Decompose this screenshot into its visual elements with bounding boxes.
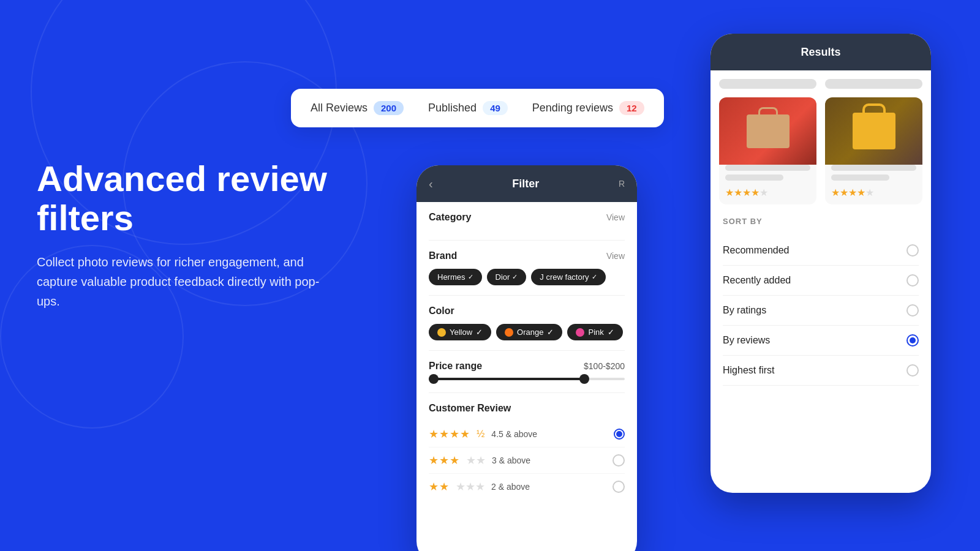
brand-view[interactable]: View (606, 251, 625, 261)
stars-3: ★★★ (429, 454, 460, 467)
sort-reviews-label: By reviews (723, 335, 770, 346)
empty-stars-2: ★★★ (456, 480, 485, 493)
yellow-label: Yellow (450, 328, 472, 337)
color-pink[interactable]: Pink ✓ (567, 324, 622, 340)
radio-4-5[interactable] (614, 429, 625, 440)
star-row-4-5[interactable]: ★★★★½ 4.5 & above (429, 421, 625, 448)
bag-yellow-icon (853, 113, 895, 149)
product-name-placeholder-2 (831, 165, 916, 171)
tab-all-reviews[interactable]: All Reviews 200 (311, 101, 404, 115)
pink-dot (576, 328, 584, 337)
customer-review-section: Customer Review ★★★★½ 4.5 & above ★★★★★ … (429, 393, 625, 509)
sort-ratings-label: By ratings (723, 305, 766, 316)
tab-all-reviews-label: All Reviews (311, 102, 368, 114)
star-row-3[interactable]: ★★★★★ 3 & above (429, 448, 625, 474)
sort-recommended-label: Recommended (723, 245, 790, 256)
color-row: Color (429, 305, 625, 317)
orange-label: Orange (517, 328, 543, 337)
radio-3[interactable] (612, 454, 625, 467)
phone-results: Results ★★★★★ (710, 34, 931, 493)
subtext: Collect photo reviews for richer engagem… (37, 252, 331, 311)
radio-recently-added[interactable] (907, 274, 919, 287)
filter-body: Category View Brand View Hermes ✓ Dior ✓ (417, 202, 637, 551)
results-title: Results (801, 46, 840, 59)
product-price-placeholder-2 (831, 174, 889, 181)
phone-filter: ‹ Filter R Category View Brand View Herm… (417, 165, 637, 551)
stars-2: ★★ (429, 480, 450, 493)
color-yellow[interactable]: Yellow ✓ (429, 324, 491, 340)
results-body: ★★★★★ ★★★★★ SORT BY Recommended (710, 70, 931, 386)
hero-content: Advanced review filters Collect photo re… (37, 159, 355, 311)
price-thumb-left[interactable] (429, 374, 439, 384)
radio-ratings[interactable] (907, 304, 919, 317)
brand-tag-dior[interactable]: Dior ✓ (487, 269, 527, 285)
tab-all-reviews-badge: 200 (374, 101, 404, 115)
sort-by-ratings[interactable]: By ratings (723, 296, 919, 326)
price-thumb-right[interactable] (579, 374, 589, 384)
reset-button[interactable]: R (619, 179, 625, 189)
headline: Advanced review filters (37, 159, 355, 238)
brand-dior-label: Dior (496, 272, 510, 282)
star-label-2: 2 & above (491, 482, 606, 492)
brand-label: Brand (429, 250, 457, 261)
brand-tag-hermes[interactable]: Hermes ✓ (429, 269, 482, 285)
product-grid: ★★★★★ ★★★★★ (710, 89, 931, 204)
hermes-check-icon: ✓ (468, 273, 473, 281)
empty-stars-3: ★★ (466, 454, 486, 467)
placeholder-bar-1 (719, 79, 816, 89)
product-stars-2: ★★★★★ (825, 184, 922, 204)
jcrew-check-icon: ✓ (592, 273, 597, 281)
radio-recommended[interactable] (907, 244, 919, 257)
sort-recently-added[interactable]: Recently added (723, 266, 919, 296)
price-slider[interactable] (429, 378, 625, 380)
orange-dot (505, 328, 513, 337)
tab-published-label: Published (428, 102, 477, 114)
category-label: Category (429, 212, 471, 223)
radio-reviews[interactable] (907, 334, 919, 347)
tab-pending-badge: 12 (619, 101, 644, 115)
price-label: Price range (429, 361, 482, 372)
price-value: $100-$200 (584, 361, 625, 371)
product-card-2[interactable]: ★★★★★ (825, 97, 922, 204)
category-row: Category View (429, 212, 625, 223)
brand-hermes-label: Hermes (437, 272, 466, 282)
brand-row: Brand View (429, 250, 625, 261)
color-label: Color (429, 305, 454, 317)
sort-recommended[interactable]: Recommended (723, 236, 919, 266)
bag-red-icon (747, 114, 790, 148)
sort-by-title: SORT BY (723, 217, 919, 226)
pink-label: Pink (588, 328, 603, 337)
category-section: Category View (429, 202, 625, 241)
sort-by-panel: SORT BY Recommended Recently added By ra… (710, 204, 931, 386)
radio-2[interactable] (612, 481, 625, 493)
product-price-placeholder-1 (725, 174, 783, 181)
yellow-dot (437, 328, 446, 337)
color-orange[interactable]: Orange ✓ (496, 324, 562, 340)
product-card-1[interactable]: ★★★★★ (719, 97, 816, 204)
pink-check-icon: ✓ (608, 328, 614, 337)
color-section: Color Yellow ✓ Orange ✓ Pink ✓ (429, 296, 625, 351)
price-section: Price range $100-$200 (429, 351, 625, 393)
price-range-row: Price range $100-$200 (429, 361, 625, 372)
radio-highest[interactable] (907, 364, 919, 377)
price-slider-fill (429, 378, 586, 380)
stars-4-5: ★★★★ (429, 427, 470, 441)
star-label-4-5: 4.5 & above (491, 429, 608, 439)
tab-pending-label: Pending reviews (532, 102, 613, 114)
filter-header: ‹ Filter R (417, 165, 637, 202)
half-star: ½ (477, 429, 485, 440)
back-button[interactable]: ‹ (429, 177, 433, 191)
sort-by-reviews[interactable]: By reviews (723, 326, 919, 356)
star-row-2[interactable]: ★★★★★ 2 & above (429, 474, 625, 500)
tab-pending-reviews[interactable]: Pending reviews 12 (532, 101, 644, 115)
sort-highest-first[interactable]: Highest first (723, 356, 919, 386)
orange-check-icon: ✓ (547, 328, 554, 337)
customer-review-label: Customer Review (429, 403, 511, 414)
product-image-1 (719, 97, 816, 165)
filter-title: Filter (433, 178, 619, 190)
category-view[interactable]: View (606, 212, 625, 222)
tab-published[interactable]: Published 49 (428, 101, 508, 115)
brand-jcrew-label: J crew factory (540, 272, 589, 282)
brand-tag-jcrew[interactable]: J crew factory ✓ (531, 269, 605, 285)
product-stars-1: ★★★★★ (719, 184, 816, 204)
